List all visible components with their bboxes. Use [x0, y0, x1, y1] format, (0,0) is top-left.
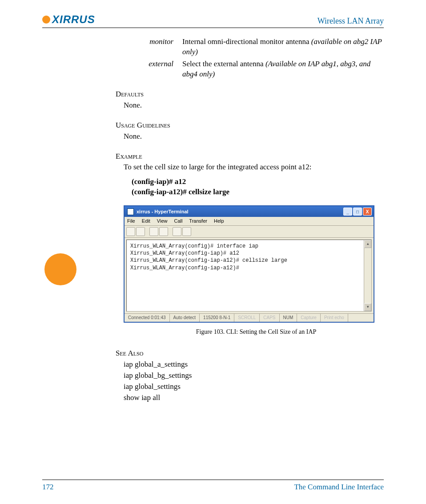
param-desc-main: Internal omni-directional monitor antenn… [182, 37, 311, 46]
document-page: XIRRUS Wireless LAN Array monitor Intern… [0, 0, 426, 504]
status-connected: Connected 0:01:43 [125, 314, 170, 322]
menu-file[interactable]: File [127, 218, 135, 224]
status-capture: Capture [297, 314, 321, 322]
scrollbar[interactable]: ▴ ▾ [364, 240, 372, 312]
maximize-button[interactable]: □ [353, 208, 362, 216]
logo-text: XIRRUS [52, 13, 95, 26]
toolbar-hangup-icon[interactable] [159, 227, 168, 236]
example-cmd-1: (config-iap)# a12 [132, 177, 384, 187]
example-intro: To set the cell size to large for the in… [124, 162, 384, 172]
page-header: XIRRUS Wireless LAN Array [42, 13, 384, 28]
status-baud: 115200 8-N-1 [200, 314, 234, 322]
terminal-output[interactable]: Xirrus_WLAN_Array(config)# interface iap… [126, 240, 364, 312]
terminal-area: Xirrus_WLAN_Array(config)# interface iap… [125, 238, 374, 313]
window-titlebar: xirrus - HyperTerminal _ □ X [125, 206, 374, 217]
example-cmd-2: (config-iap-a12)# cellsize large [132, 187, 384, 197]
window-controls: _ □ X [343, 208, 372, 216]
menu-edit[interactable]: Edit [142, 218, 150, 224]
header-title: Wireless LAN Array [317, 16, 384, 26]
section-marker-icon [44, 253, 76, 285]
param-desc-main: Select the external antenna [182, 60, 265, 68]
main-content: monitor Internal omni-directional monito… [116, 28, 384, 403]
app-icon [127, 208, 134, 215]
menu-call[interactable]: Call [174, 218, 183, 224]
status-detect: Auto detect [170, 314, 200, 322]
status-print: Print echo [321, 314, 348, 322]
status-bar: Connected 0:01:43 Auto detect 115200 8-N… [125, 313, 374, 322]
scroll-down-icon[interactable]: ▾ [364, 303, 371, 311]
toolbar-new-icon[interactable] [126, 227, 135, 236]
status-num: NUM [280, 314, 297, 322]
footer-section-title: The Command Line Interface [294, 483, 384, 492]
heading-example: Example [116, 152, 384, 162]
seealso-item: iap global_settings [124, 382, 384, 392]
minimize-button[interactable]: _ [343, 208, 352, 216]
page-footer: 172 The Command Line Interface [42, 480, 384, 492]
logo: XIRRUS [42, 13, 95, 26]
heading-defaults: Defaults [116, 89, 384, 100]
usage-body: None. [124, 132, 384, 142]
toolbar [125, 226, 374, 238]
status-caps: CAPS [260, 314, 279, 322]
menu-help[interactable]: Help [214, 218, 224, 224]
param-term: monitor [116, 37, 182, 57]
param-term: external [116, 59, 182, 80]
toolbar-open-icon[interactable] [136, 227, 145, 236]
param-desc: Select the external antenna (Available o… [182, 59, 384, 80]
menu-view[interactable]: View [157, 218, 168, 224]
hyperterminal-window: xirrus - HyperTerminal _ □ X File Edit V… [124, 205, 374, 322]
page-number: 172 [42, 483, 54, 492]
logo-dot-icon [42, 16, 50, 24]
param-external: external Select the external antenna (Av… [116, 59, 384, 80]
menu-bar: File Edit View Call Transfer Help [125, 217, 374, 226]
heading-seealso: See Also [116, 348, 384, 359]
defaults-body: None. [124, 100, 384, 111]
figure-caption: Figure 103. CLI: Setting the Cell Size o… [132, 328, 381, 336]
toolbar-call-icon[interactable] [149, 227, 158, 236]
toolbar-send-icon[interactable] [173, 227, 181, 236]
param-monitor: monitor Internal omni-directional monito… [116, 37, 384, 57]
toolbar-properties-icon[interactable] [182, 227, 191, 236]
embedded-screenshot: xirrus - HyperTerminal _ □ X File Edit V… [124, 205, 384, 336]
scroll-up-icon[interactable]: ▴ [364, 240, 371, 248]
seealso-item: show iap all [124, 393, 384, 403]
close-button[interactable]: X [363, 208, 372, 216]
param-desc: Internal omni-directional monitor antenn… [182, 37, 384, 57]
status-scroll: SCROLL [234, 314, 260, 322]
seealso-item: iap global_a_settings [124, 360, 384, 370]
heading-usage: Usage Guidelines [116, 120, 384, 131]
seealso-item: iap global_bg_settings [124, 371, 384, 381]
example-commands: (config-iap)# a12 (config-iap-a12)# cell… [132, 177, 384, 197]
menu-transfer[interactable]: Transfer [189, 218, 207, 224]
window-title: xirrus - HyperTerminal [137, 208, 189, 215]
